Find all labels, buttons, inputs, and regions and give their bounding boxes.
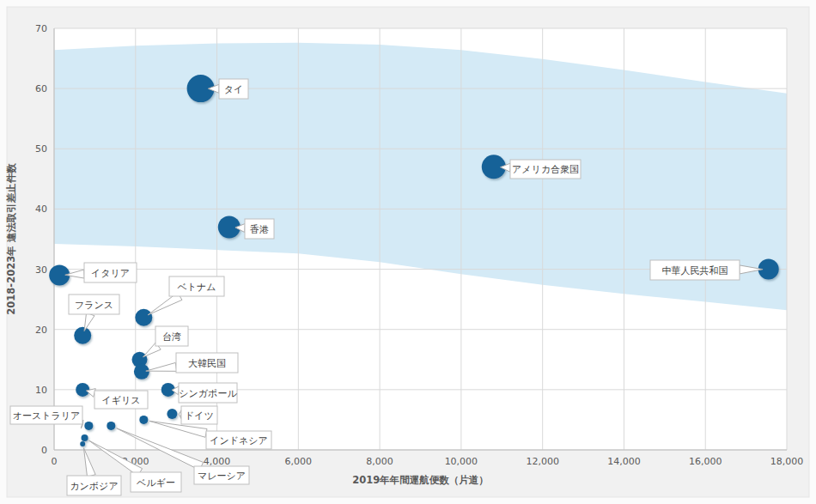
x-tick-label: 16,000 xyxy=(689,456,722,467)
callout-label-south-korea: 大韓民国 xyxy=(188,358,226,369)
callout-label-belgium: ベルギー xyxy=(137,477,175,489)
y-tick-label: 30 xyxy=(35,264,47,276)
y-tick-label: 40 xyxy=(35,203,47,215)
callout-label-malaysia: マレーシア xyxy=(198,471,246,482)
callout-label-australia: オーストラリア xyxy=(13,410,81,422)
callout-label-thailand: タイ xyxy=(224,84,244,95)
y-tick-label: 10 xyxy=(35,385,47,396)
bubble-indonesia[interactable] xyxy=(139,416,148,424)
x-tick-label: 14,000 xyxy=(607,456,641,467)
bubble-germany[interactable] xyxy=(167,409,177,419)
x-tick-label: 18,000 xyxy=(770,456,804,467)
chart-container: 02,0004,0006,0008,00010,00012,00014,0001… xyxy=(0,0,816,504)
bubble-cambodia[interactable] xyxy=(80,441,85,446)
bubble-vietnam[interactable] xyxy=(135,309,152,326)
callout-label-italy: イタリア xyxy=(91,268,130,279)
y-tick-label: 60 xyxy=(35,83,47,94)
x-tick-label: 4,000 xyxy=(204,456,231,467)
bubble-malaysia[interactable] xyxy=(107,422,115,430)
bubble-australia[interactable] xyxy=(84,422,93,430)
x-tick-label: 6,000 xyxy=(285,456,313,467)
callout-label-taiwan: 台湾 xyxy=(162,331,181,343)
y-tick-label: 0 xyxy=(41,445,47,456)
callout-label-france: フランス xyxy=(75,300,113,311)
x-tick-label: 8,000 xyxy=(366,456,393,467)
y-tick-label: 50 xyxy=(35,143,47,155)
callout-label-indonesia: インドネシア xyxy=(210,435,268,446)
x-tick-label: 10,000 xyxy=(445,456,478,467)
callout-label-singapore: シンガポール xyxy=(179,388,237,399)
callout-label-cambodia: カンボジア xyxy=(70,481,118,492)
x-tick-label: 12,000 xyxy=(526,456,559,467)
callout-label-uk: イギリス xyxy=(101,395,140,406)
x-axis-title: 2019年年間運航便数（片道） xyxy=(352,474,489,486)
y-axis-title: 2018-2023年 違法取引差止件数 xyxy=(5,163,17,315)
x-tick-label: 0 xyxy=(52,456,58,467)
callout-label-hong-kong: 香港 xyxy=(250,224,269,235)
bubble-uk[interactable] xyxy=(76,383,89,397)
bubble-chart: 02,0004,0006,0008,00010,00012,00014,0001… xyxy=(0,0,816,504)
callout-label-usa: アメリカ合衆国 xyxy=(512,164,579,175)
bubble-belgium[interactable] xyxy=(82,434,88,441)
callout-label-vietnam: ベトナム xyxy=(177,282,216,293)
bubble-france[interactable] xyxy=(74,327,91,344)
y-tick-label: 70 xyxy=(35,23,47,34)
callout-label-germany: ドイツ xyxy=(185,410,214,422)
y-tick-label: 20 xyxy=(35,325,47,336)
bubble-south-korea[interactable] xyxy=(134,364,149,380)
callout-label-china: 中華人民共和国 xyxy=(662,265,728,276)
